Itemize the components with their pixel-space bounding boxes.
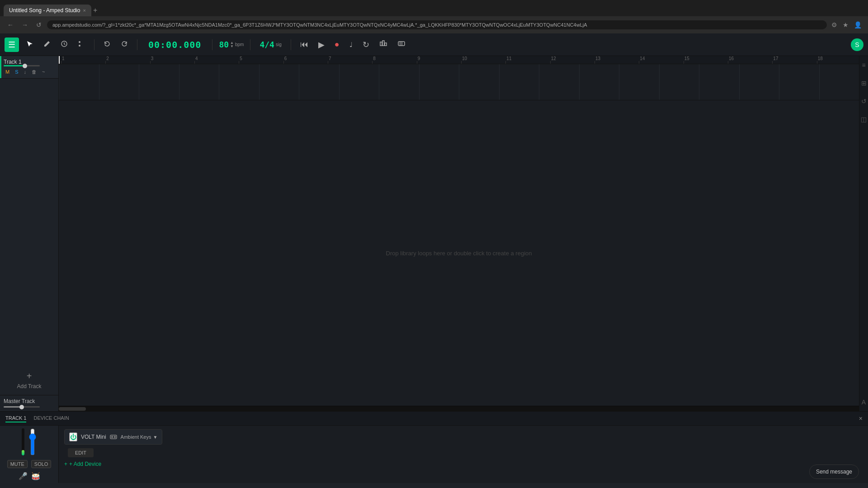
add-track-button[interactable]: + Add Track [0,366,58,395]
right-panel-icon-0[interactable]: ≡ [860,60,867,70]
device-edit-button[interactable]: EDIT [68,448,94,457]
master-volume-slider[interactable] [4,406,40,408]
svg-rect-3 [380,42,382,46]
bottom-tab-track1[interactable]: TRACK 1 [5,414,26,422]
grid-line-3 [179,64,179,100]
timeline-ruler: 123456789101112131415161718 [59,56,859,64]
track-1-arm-button[interactable]: ↓ [22,68,28,75]
mixer-solo-button[interactable]: SOLO [31,460,52,468]
grid-line-16 [699,64,699,100]
tool-scissors-button[interactable] [75,38,88,51]
metronome-button[interactable]: ♩ [347,39,355,51]
track-1-delete-button[interactable]: 🗑 [30,68,38,75]
track-1-mute-button[interactable]: M [4,68,11,75]
grid-line-0 [59,64,59,100]
track-1-lane[interactable] [59,64,859,100]
grid-line-10 [459,64,459,100]
right-panel-icon-4[interactable]: A [860,397,868,408]
bpm-arrows: ▲ ▼ [230,41,234,48]
ruler-mark-5: 5 [239,56,242,64]
device-chain-panel: ⏻ VOLT Mini Ambient Keys ▼ EDIT + + Add … [59,426,868,483]
ruler-mark-13: 13 [594,56,600,64]
grid-line-17 [739,64,740,100]
user-avatar[interactable]: S [851,38,863,51]
address-bar[interactable] [47,20,827,29]
mute-solo-row: MUTE SOLO [7,460,52,468]
device-power-button[interactable]: ⏻ [69,432,77,441]
ruler-mark-9: 9 [417,56,420,64]
master-track-name: Master Track [4,398,55,404]
time-sig-value: 4/4 [259,40,274,49]
drum-icon-button[interactable]: 🥁 [31,472,40,480]
transport-rewind-button[interactable]: ⏮ [297,38,311,51]
nav-refresh-button[interactable]: ↺ [33,19,44,30]
ruler-mark-18: 18 [817,56,823,64]
right-panel-icon-3[interactable]: ◫ [859,114,868,125]
bpm-down-button[interactable]: ▼ [230,45,234,48]
channel-fader[interactable] [28,428,37,455]
grid-line-8 [379,64,379,100]
track-1-solo-button[interactable]: S [13,68,20,75]
arrangement: 123456789101112131415161718 Drop library… [59,56,859,411]
meter-left [22,428,24,455]
right-panel-icon-1[interactable]: ⊞ [859,78,868,89]
nav-forward-button[interactable]: → [19,19,31,30]
master-track: Master Track [0,395,58,411]
device-preset-arrow-icon: ▼ [153,435,157,440]
send-message-button[interactable]: Send message [809,465,859,479]
bottom-content: MUTE SOLO 🎤 🥁 ⏻ VOLT Mini Ambient Keys ▼ [0,426,868,483]
profile-button[interactable]: 👤 [852,19,863,30]
device-item-volt: ⏻ VOLT Mini Ambient Keys ▼ [64,429,162,445]
ruler-marks: 123456789101112131415161718 [59,56,859,64]
tab-close-button[interactable]: × [83,8,85,13]
svg-rect-5 [385,43,387,46]
bottom-panel-close-button[interactable]: × [859,415,863,422]
new-tab-button[interactable]: + [91,5,99,16]
track-1-automation-button[interactable]: ~ [40,68,47,75]
track-highlight [0,56,1,78]
track-1-volume-slider[interactable] [4,65,40,66]
mixer-mute-button[interactable]: MUTE [7,460,28,468]
add-device-icon: + [64,461,67,467]
transport-play-button[interactable]: ▶ [316,38,327,52]
ruler-mark-12: 12 [550,56,556,64]
menu-button[interactable]: ☰ [5,38,19,52]
scroll-thumb[interactable] [59,407,86,411]
grid-line-6 [299,64,299,100]
device-preset[interactable]: Ambient Keys ▼ [121,434,158,440]
active-tab[interactable]: Untitled Song - Amped Studio × [4,5,91,16]
ruler-mark-1: 1 [61,56,65,64]
time-sig-label: sig [276,42,282,47]
device-edit-row: EDIT [68,448,863,457]
grid-line-2 [139,64,139,100]
tool-pencil-button[interactable] [41,38,53,51]
sep5 [291,39,291,50]
right-panel-icon-2[interactable]: ↺ [859,96,868,107]
track-list: Track 1 M S ↓ 🗑 ~ + Add Track Master Tra… [0,56,59,411]
playhead [59,56,60,64]
tab-bar: Untitled Song - Amped Studio × + [0,0,868,16]
horizontal-scrollbar[interactable] [59,406,859,411]
ruler-mark-2: 2 [105,56,109,64]
quantize-button[interactable] [377,38,390,52]
redo-button[interactable] [118,38,131,51]
track-lanes[interactable]: Drop library loops here or double click … [59,64,859,406]
undo-button[interactable] [101,38,113,51]
tool-clock-button[interactable] [58,38,71,51]
track-list-spacer [0,79,58,366]
bookmark-button[interactable]: ★ [841,19,850,30]
empty-lanes[interactable]: Drop library loops here or double click … [59,100,859,406]
tool-pointer-button[interactable] [24,38,36,51]
meter-row [22,428,24,455]
extension-button[interactable]: ⚙ [830,19,839,30]
add-device-button[interactable]: + + Add Device [64,461,101,467]
input-icon-button[interactable]: 🎤 [19,472,28,480]
grid-line-18 [779,64,779,100]
bottom-tab-device-chain[interactable]: DEVICE CHAIN [33,414,69,422]
transport-record-button[interactable]: ● [332,38,342,51]
midi-button[interactable] [395,38,408,52]
bpm-label: bpm [235,42,244,47]
add-device-label: + Add Device [69,461,101,467]
loop-button[interactable]: ↻ [360,38,372,52]
nav-back-button[interactable]: ← [5,19,16,30]
